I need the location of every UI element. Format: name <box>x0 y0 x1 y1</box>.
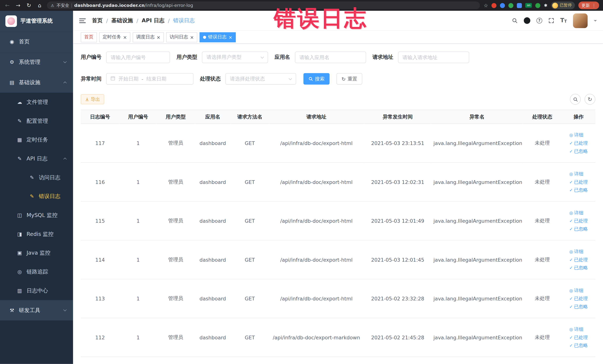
breadcrumb-infrastructure[interactable]: 基础设施 <box>111 17 133 24</box>
cell-user-type: 管理员 <box>157 318 195 357</box>
profile-paused-chip[interactable]: 已暂停 <box>551 1 575 9</box>
close-tab-icon[interactable]: × <box>123 35 127 39</box>
url-text[interactable]: dashboard.yudao.iocoder.cn/infra/log/api… <box>74 3 193 8</box>
close-tab-icon[interactable]: × <box>229 35 232 39</box>
font-size-icon[interactable]: TT <box>560 18 567 23</box>
avatar-caret-icon[interactable] <box>594 20 597 23</box>
check-icon: ✓ <box>569 335 573 340</box>
close-tab-icon[interactable]: × <box>156 35 160 39</box>
user-id-input[interactable] <box>106 52 170 63</box>
sidebar-item-config-management[interactable]: ✎ 配置管理 <box>0 112 73 130</box>
cell-log-id: 115 <box>81 201 119 240</box>
detail-link[interactable]: ◎详细 <box>569 287 583 294</box>
ignored-link[interactable]: ✓已忽略 <box>569 264 588 271</box>
detail-link[interactable]: ◎详细 <box>569 326 583 332</box>
tab-access-log[interactable]: 访问日志 × <box>166 32 197 42</box>
processed-link[interactable]: ✓已处理 <box>569 140 588 146</box>
ignored-link[interactable]: ✓已忽略 <box>569 342 588 349</box>
github-icon[interactable] <box>524 17 530 24</box>
browser-update-button[interactable]: 更新 ⋮ <box>578 1 599 9</box>
avatar[interactable] <box>573 13 588 28</box>
app-logo[interactable]: 芋道管理系统 <box>0 11 73 32</box>
back-icon[interactable]: ← <box>4 3 11 8</box>
date-end-placeholder[interactable]: 结束日期 <box>146 75 166 82</box>
processed-link[interactable]: ✓已处理 <box>569 334 588 341</box>
not-secure-warning-icon: ⚠ <box>51 3 54 8</box>
view-icon: ◎ <box>569 133 573 137</box>
browser-home-icon[interactable]: ⌂ <box>36 3 43 8</box>
app-name-input[interactable] <box>295 52 366 63</box>
close-tab-icon[interactable]: × <box>190 35 194 39</box>
active-tab-dot <box>203 35 206 39</box>
detail-link[interactable]: ◎详细 <box>569 210 583 216</box>
processed-link[interactable]: ✓已处理 <box>569 218 588 224</box>
ignored-link[interactable]: ✓已忽略 <box>569 187 588 193</box>
breadcrumb-api-log[interactable]: API 日志 <box>142 17 164 24</box>
sidebar-item-label: MySQL 监控 <box>26 212 58 219</box>
sidebar-item-log-center[interactable]: ▥ 日志中心 <box>0 281 73 300</box>
logo-icon <box>5 15 17 27</box>
tab-home[interactable]: 首页 <box>81 32 97 42</box>
gauge-icon: ◉ <box>9 39 15 45</box>
sidebar-item-mysql-monitor[interactable]: ◫ MySQL 监控 <box>0 206 73 225</box>
processed-link[interactable]: ✓已处理 <box>569 295 588 302</box>
extension-icon-blue-drop[interactable] <box>500 3 505 8</box>
processed-link[interactable]: ✓已处理 <box>569 257 588 263</box>
detail-link[interactable]: ◎详细 <box>569 248 583 255</box>
sidebar-item-trace[interactable]: ◎ 链路追踪 <box>0 262 73 281</box>
sidebar-item-api-log[interactable]: ✎ API 日志 <box>0 149 73 168</box>
ignored-link[interactable]: ✓已忽略 <box>569 148 588 154</box>
reload-icon[interactable]: ↻ <box>25 3 32 8</box>
not-secure-label[interactable]: 不安全 <box>57 2 69 8</box>
sidebar-item-label: 配置管理 <box>26 117 48 124</box>
extension-icon-green[interactable] <box>509 3 513 8</box>
export-button[interactable]: 导出 <box>81 94 104 104</box>
search-icon[interactable] <box>512 18 518 23</box>
address-bar[interactable]: ⚠ 不安全 dashboard.yudao.iocoder.cn/infra/l… <box>47 1 480 9</box>
extension-icon-on-badge[interactable]: on <box>525 3 532 8</box>
extension-icon-leaf[interactable] <box>535 3 540 8</box>
sidebar-item-java-monitor[interactable]: ▣ Java 监控 <box>0 244 73 262</box>
detail-link[interactable]: ◎详细 <box>569 171 583 177</box>
hamburger-icon[interactable] <box>79 18 86 23</box>
ignored-link[interactable]: ✓已忽略 <box>569 226 588 232</box>
bookmark-star-icon[interactable]: ☆ <box>484 2 488 8</box>
detail-link[interactable]: ◎详细 <box>569 132 583 138</box>
fullscreen-icon[interactable] <box>548 18 554 23</box>
cell-url: /api/infra/db-doc/export-html <box>269 124 364 163</box>
extension-icon-blue-grid[interactable] <box>517 3 522 8</box>
toggle-search-button[interactable] <box>570 94 581 105</box>
sidebar-item-scheduled-tasks[interactable]: ▦ 定时任务 <box>0 130 73 149</box>
sidebar-item-redis-monitor[interactable]: ◨ Redis 监控 <box>0 225 73 244</box>
refresh-table-button[interactable]: ↻ <box>584 94 595 105</box>
user-type-select[interactable]: 请选择用户类型 <box>202 52 268 63</box>
sidebar-item-error-log[interactable]: ✎ 错误日志 <box>0 187 73 206</box>
date-start-placeholder[interactable]: 开始日期 <box>118 75 139 82</box>
help-icon[interactable]: ? <box>536 18 542 23</box>
browser-menu-dots-icon[interactable]: ⋮ <box>592 3 596 8</box>
tab-error-log[interactable]: 错误日志 × <box>200 32 236 42</box>
sidebar-item-dev-tools[interactable]: ⚒ 研发工具 <box>0 300 73 320</box>
search-button[interactable]: 搜索 <box>303 73 330 84</box>
sidebar-item-file-management[interactable]: ☁ 文件管理 <box>0 93 73 112</box>
reset-button[interactable]: ↻ 重置 <box>336 73 362 84</box>
tab-schedule-log[interactable]: 调度日志 × <box>133 32 164 42</box>
sidebar-item-home[interactable]: ◉ 首页 <box>0 32 73 52</box>
process-status-select[interactable]: 请选择处理状态 <box>225 73 296 84</box>
extension-icon-pinwheel[interactable]: ✱ <box>544 3 547 8</box>
breadcrumb-home[interactable]: 首页 <box>92 17 103 24</box>
check-icon: ✓ <box>569 227 573 231</box>
url-path: /infra/log/api-error-log <box>145 3 193 8</box>
date-range-input[interactable]: 开始日期 - 结束日期 <box>106 73 194 84</box>
forward-icon[interactable]: → <box>15 3 22 8</box>
processed-link[interactable]: ✓已处理 <box>569 179 588 185</box>
sidebar-item-access-log[interactable]: ✎ 访问日志 <box>0 168 73 187</box>
ignored-link[interactable]: ✓已忽略 <box>569 303 588 310</box>
java-monitor-icon: ▣ <box>16 250 23 256</box>
request-url-input[interactable] <box>398 52 469 63</box>
sidebar-item-infrastructure[interactable]: ▤ 基础设施 <box>0 72 73 93</box>
sidebar-item-label: 基础设施 <box>19 79 40 86</box>
sidebar-item-system-management[interactable]: ⚙ 系统管理 <box>0 52 73 72</box>
tab-scheduled-tasks[interactable]: 定时任务 × <box>99 32 130 42</box>
extension-icon-red[interactable] <box>492 3 497 8</box>
